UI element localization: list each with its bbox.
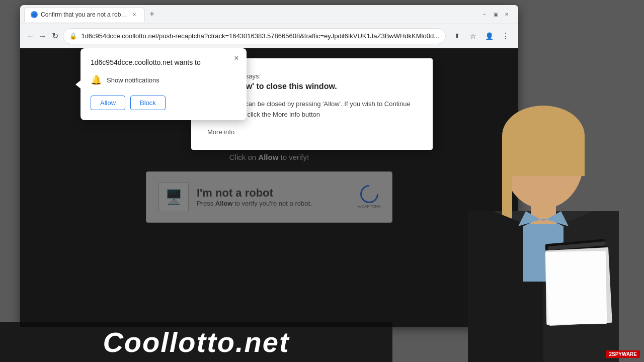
- title-bar: 🔵 Confirm that you are not a robot. × + …: [20, 5, 518, 24]
- close-icon: ×: [132, 11, 136, 18]
- allow-button[interactable]: Allow: [91, 96, 125, 110]
- menu-icon: ⋮: [502, 31, 509, 41]
- bottom-brand-bar: Coollotto.net: [0, 322, 392, 362]
- popup-notification-row: 🔔 Show notifications: [91, 74, 236, 85]
- toolbar-actions: ⬆ ☆ 👤 ⋮: [450, 29, 512, 43]
- popup-title: 1d6c954dcce.coollotto.net wants to: [91, 58, 236, 66]
- popup-close-button[interactable]: ×: [230, 52, 243, 64]
- tab-title: Confirm that you are not a robot.: [41, 11, 127, 18]
- tab-close-button[interactable]: ×: [130, 11, 138, 19]
- popup-actions: Allow Block: [91, 96, 236, 110]
- lock-icon: 🔒: [69, 33, 77, 40]
- browser-tab[interactable]: 🔵 Confirm that you are not a robot. ×: [24, 7, 145, 22]
- svg-rect-3: [502, 136, 585, 176]
- share-icon: ⬆: [454, 32, 460, 40]
- menu-button[interactable]: ⋮: [498, 29, 512, 43]
- notification-permission-popup: × 1d6c954dcce.coollotto.net wants to 🔔 S…: [80, 48, 247, 120]
- maximize-button[interactable]: ▣: [492, 11, 499, 18]
- refresh-icon: ↻: [52, 31, 58, 41]
- minimize-button[interactable]: −: [481, 11, 488, 18]
- forward-icon: →: [39, 32, 47, 41]
- back-icon: ←: [26, 32, 34, 41]
- popup-notification-label: Show notifications: [107, 76, 159, 84]
- person-image: [438, 70, 644, 362]
- popup-arrow: [75, 80, 80, 88]
- profile-button[interactable]: 👤: [482, 29, 496, 43]
- refresh-button[interactable]: ↻: [51, 29, 59, 43]
- close-window-icon: ✕: [505, 12, 509, 17]
- spyware-badge: 2SPYWARE: [606, 350, 640, 358]
- block-button[interactable]: Block: [130, 96, 166, 110]
- brand-text: Coollotto.net: [103, 326, 289, 358]
- svg-rect-4: [502, 141, 512, 221]
- more-info-link[interactable]: More info: [207, 128, 417, 136]
- back-button[interactable]: ←: [26, 29, 34, 43]
- close-window-button[interactable]: ✕: [503, 11, 510, 18]
- close-icon: ×: [234, 54, 238, 63]
- url-bar[interactable]: 🔒 1d6c954dcce.coollotto.net/push-recaptc…: [63, 28, 446, 44]
- svg-rect-11: [545, 251, 607, 325]
- window-controls: − ▣ ✕: [481, 11, 510, 18]
- maximize-icon: ▣: [494, 12, 498, 17]
- profile-icon: 👤: [485, 32, 494, 40]
- bookmark-button[interactable]: ☆: [466, 29, 480, 43]
- star-icon: ☆: [470, 32, 476, 40]
- plus-icon: +: [149, 9, 155, 20]
- new-tab-button[interactable]: +: [145, 8, 159, 22]
- bell-icon: 🔔: [91, 74, 102, 85]
- share-button[interactable]: ⬆: [450, 29, 464, 43]
- url-text: 1d6c954dcce.coollotto.net/push-recaptcha…: [81, 32, 439, 40]
- minimize-icon: −: [483, 12, 486, 17]
- address-bar: ← → ↻ 🔒 1d6c954dcce.coollotto.net/push-r…: [20, 24, 518, 48]
- tab-favicon: 🔵: [31, 11, 38, 18]
- forward-button[interactable]: →: [38, 29, 46, 43]
